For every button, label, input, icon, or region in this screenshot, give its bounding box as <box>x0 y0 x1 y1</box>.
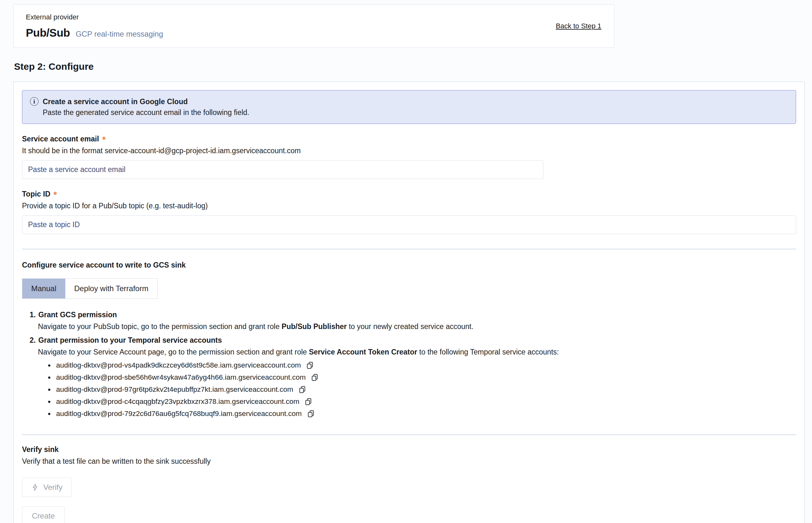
required-dot <box>54 192 57 195</box>
step-body-text: Navigate to your PubSub topic, go to the… <box>38 322 282 331</box>
list-item: auditlog-dktxv@prod-97gr6tp6zkv2t4epubff… <box>22 383 796 396</box>
bullet <box>48 413 50 415</box>
tab-manual[interactable]: Manual <box>22 279 65 299</box>
list-item: auditlog-dktxv@prod-vs4padk9dkczcey6d6st… <box>22 359 796 372</box>
list-item: auditlog-dktxv@prod-c4cqaqgbfzy23vpzkbxz… <box>22 396 796 408</box>
step-number: 2. <box>30 335 36 346</box>
step-body: Navigate to your Service Account page, g… <box>22 346 796 358</box>
bullet <box>48 401 50 403</box>
info-icon: i <box>30 97 38 106</box>
topic-id-helper: Provide a topic ID for a Pub/Sub topic (… <box>22 202 796 210</box>
service-account-email-input[interactable] <box>22 160 543 179</box>
verify-button[interactable]: Verify <box>22 478 72 497</box>
step-grant-temporal-permission: 2. Grant permission to your Temporal ser… <box>22 335 796 420</box>
instruction-steps: 1. Grant GCS permission Navigate to your… <box>22 309 796 420</box>
create-button-label: Create <box>32 511 55 520</box>
external-provider-card: External provider Pub/Sub GCP real-time … <box>13 4 614 48</box>
create-button[interactable]: Create <box>22 506 65 523</box>
step-body-role: Pub/Sub Publisher <box>282 322 347 331</box>
verify-sink-helper: Verify that a test file can be written t… <box>22 457 796 466</box>
section-divider <box>22 249 796 249</box>
service-account-list: auditlog-dktxv@prod-vs4padk9dkczcey6d6st… <box>22 359 796 420</box>
step-grant-gcs-permission: 1. Grant GCS permission Navigate to your… <box>22 309 796 332</box>
provider-title: Pub/Sub <box>26 26 70 39</box>
list-item: auditlog-dktxv@prod-79z2c6d76au6g5fcq768… <box>22 408 796 420</box>
copy-icon[interactable] <box>306 409 316 418</box>
external-provider-label: External provider <box>26 13 163 21</box>
topic-id-label: Topic ID <box>22 190 50 198</box>
configure-tabs: Manual Deploy with Terraform <box>22 278 158 299</box>
service-account-email: auditlog-dktxv@prod-79z2c6d76au6g5fcq768… <box>56 410 302 418</box>
back-to-step-1-link[interactable]: Back to Step 1 <box>556 22 601 30</box>
service-account-email-helper: It should be in the format service-accou… <box>22 146 796 155</box>
service-account-email-label: Service account email <box>22 135 99 143</box>
step-body-text: to the following Temporal service accoun… <box>417 348 559 356</box>
bullet <box>48 377 50 379</box>
step-title: Grant GCS permission <box>38 309 117 321</box>
service-account-email: auditlog-dktxv@prod-vs4padk9dkczcey6d6st… <box>56 361 301 369</box>
provider-subtitle: GCP real-time messaging <box>75 30 163 38</box>
info-alert-title: Create a service account in Google Cloud <box>43 97 788 106</box>
required-dot <box>102 137 105 140</box>
step-body: Navigate to your PubSub topic, go to the… <box>22 321 796 332</box>
list-item: auditlog-dktxv@prod-sbe56h6wr4sykaw47a6y… <box>22 372 796 383</box>
service-account-email: auditlog-dktxv@prod-97gr6tp6zkv2t4epubff… <box>56 385 293 394</box>
topic-id-input[interactable] <box>22 215 796 234</box>
copy-icon[interactable] <box>298 385 307 394</box>
step-title: Grant permission to your Temporal servic… <box>38 335 222 346</box>
verify-button-label: Verify <box>43 483 63 492</box>
step-number: 1. <box>30 309 36 321</box>
step-body-text: Navigate to your Service Account page, g… <box>38 348 309 356</box>
copy-icon[interactable] <box>310 373 320 382</box>
step-body-role: Service Account Token Creator <box>309 348 417 356</box>
copy-icon[interactable] <box>305 361 315 370</box>
section-divider <box>22 434 796 435</box>
bullet <box>48 364 50 367</box>
service-account-email: auditlog-dktxv@prod-c4cqaqgbfzy23vpzkbxz… <box>56 397 299 406</box>
zap-icon <box>31 484 39 491</box>
tab-deploy-terraform[interactable]: Deploy with Terraform <box>65 279 157 299</box>
info-alert: i Create a service account in Google Clo… <box>22 90 796 124</box>
service-account-email: auditlog-dktxv@prod-sbe56h6wr4sykaw47a6y… <box>56 373 306 382</box>
copy-icon[interactable] <box>304 397 313 407</box>
bullet <box>48 389 50 391</box>
step-heading: Step 2: Configure <box>14 61 812 72</box>
info-alert-body: Paste the generated service account emai… <box>43 108 788 117</box>
verify-sink-title: Verify sink <box>22 445 796 454</box>
configure-section-title: Configure service account to write to GC… <box>22 261 796 269</box>
configure-panel: i Create a service account in Google Clo… <box>13 82 805 523</box>
step-body-text: to your newly created service account. <box>347 322 474 331</box>
